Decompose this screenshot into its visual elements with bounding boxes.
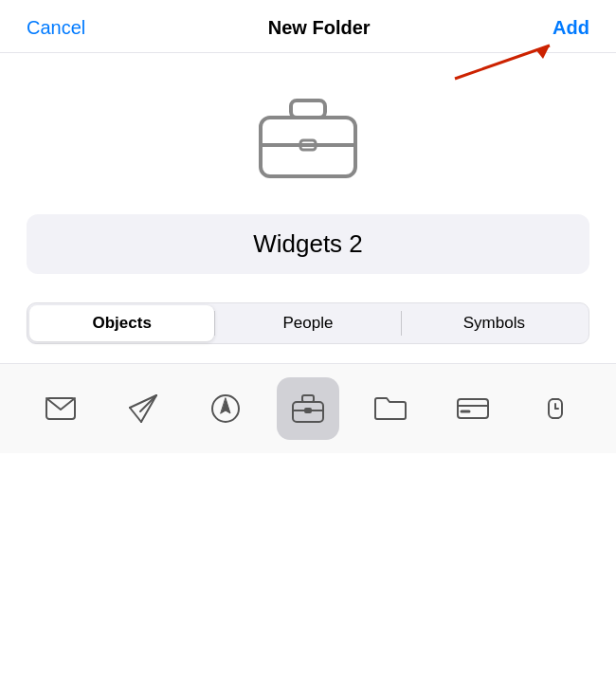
tab-objects[interactable]: Objects — [29, 305, 214, 341]
header: Cancel New Folder Add — [0, 0, 616, 53]
envelope-icon-button[interactable] — [29, 377, 92, 440]
selected-icon-preview — [0, 53, 616, 214]
tab-people[interactable]: People — [215, 305, 400, 341]
category-segmented-control: Objects People Symbols — [0, 302, 616, 363]
add-button[interactable]: Add — [553, 17, 589, 39]
cancel-button[interactable]: Cancel — [27, 17, 85, 39]
card-icon — [455, 391, 491, 427]
svg-line-9 — [130, 408, 141, 422]
location-icon-button[interactable] — [194, 377, 257, 440]
folder-icon-button[interactable] — [359, 377, 422, 440]
tab-symbols[interactable]: Symbols — [402, 305, 587, 341]
watch-icon-button[interactable] — [524, 377, 587, 440]
svg-rect-2 — [291, 100, 325, 118]
send-icon — [125, 391, 161, 427]
svg-marker-12 — [221, 398, 230, 413]
folder-icon — [372, 391, 408, 427]
card-icon-button[interactable] — [442, 377, 504, 440]
page-title: New Folder — [268, 17, 371, 39]
folder-name-area — [0, 214, 616, 302]
icon-row — [0, 363, 616, 453]
segmented-control-container: Objects People Symbols — [27, 302, 589, 344]
folder-name-input[interactable] — [27, 214, 589, 274]
watch-icon — [537, 391, 573, 427]
briefcase-icon-button[interactable] — [277, 377, 339, 440]
svg-rect-13 — [302, 395, 314, 402]
location-icon — [208, 391, 244, 427]
briefcase-small-icon — [290, 391, 326, 427]
briefcase-preview-icon — [251, 91, 365, 186]
send-icon-button[interactable] — [112, 377, 174, 440]
envelope-icon — [43, 391, 79, 427]
svg-rect-17 — [458, 399, 488, 418]
